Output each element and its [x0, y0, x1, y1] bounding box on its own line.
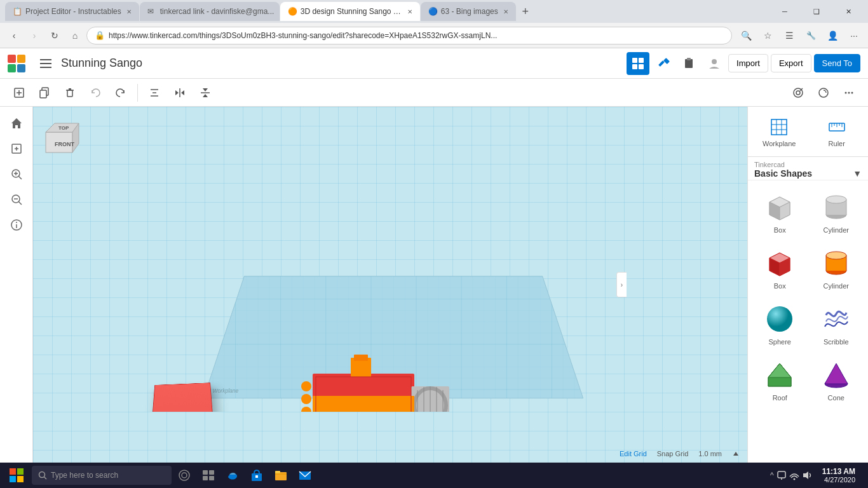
svg-marker-130 [803, 471, 808, 479]
logo-i [17, 55, 25, 63]
start-button[interactable] [3, 463, 31, 488]
redo-button[interactable] [109, 81, 132, 104]
shape-scribble[interactable]: Scribble [810, 297, 864, 351]
robot-assembly[interactable] [294, 342, 471, 412]
snap-grid-value: 1.0 mm [698, 450, 722, 458]
workplane-panel-button[interactable]: Workplane [753, 112, 806, 151]
info-tool[interactable] [5, 214, 28, 236]
edge-taskbar-button[interactable] [221, 464, 244, 487]
address-bar[interactable]: 🔒 https://www.tinkercad.com/things/3DSoU… [86, 27, 732, 44]
tab-2[interactable]: ✉ tinkercad link - davinfiske@gma... ✕ [140, 2, 280, 21]
undo-button[interactable] [84, 81, 107, 104]
svg-rect-75 [771, 119, 787, 135]
home-tool[interactable] [5, 112, 28, 135]
tab-4-close[interactable]: ✕ [503, 8, 508, 15]
grid-view-button[interactable] [627, 52, 649, 75]
align-button[interactable] [143, 81, 166, 104]
shape-box-red[interactable]: Box [753, 241, 807, 295]
viewport-status: Edit Grid Snap Grid 1.0 mm [620, 450, 740, 458]
tab-1-close[interactable]: ✕ [126, 8, 132, 15]
tab-4[interactable]: 🔵 63 - Bing images ✕ [421, 2, 516, 21]
action-export[interactable]: Export [771, 54, 811, 72]
minimize-button[interactable]: ─ [770, 2, 799, 21]
new-tab-button[interactable]: + [517, 3, 534, 20]
svg-point-48 [16, 222, 17, 223]
view-cube[interactable]: FRONT TOP [41, 114, 84, 158]
user-profile-button[interactable] [703, 52, 726, 75]
shape-box-red-label: Box [774, 282, 786, 290]
action-send-to[interactable]: Send To [814, 54, 860, 72]
measure-button[interactable] [812, 81, 835, 104]
mail-taskbar-button[interactable] [294, 464, 316, 487]
topbar-right: Import Export Send To [627, 52, 860, 75]
new-button[interactable] [8, 81, 31, 104]
action-import[interactable]: Import [728, 54, 768, 72]
snap-up-icon[interactable] [732, 450, 740, 458]
svg-rect-3 [632, 58, 637, 63]
svg-point-67 [301, 407, 311, 412]
more-options-button[interactable] [837, 81, 860, 104]
shape-cylinder-orange[interactable]: Cylinder [810, 241, 864, 295]
tab-1[interactable]: 📋 Project Editor - Instructables ✕ [5, 2, 139, 21]
query-button[interactable] [787, 81, 810, 104]
shape-roof-green[interactable]: Roof [753, 353, 807, 407]
svg-marker-27 [203, 88, 208, 92]
copy-button[interactable] [33, 81, 56, 104]
flip-v-button[interactable] [194, 81, 217, 104]
trash-button[interactable] [58, 81, 81, 104]
tray-chevron[interactable]: ^ [770, 471, 774, 480]
menu-icon[interactable] [36, 53, 56, 74]
taskbar-search-bar[interactable]: Type here to search [32, 466, 172, 485]
svg-point-32 [819, 88, 828, 97]
tab-4-label: 63 - Bing images [441, 7, 498, 16]
collapse-panel-button[interactable]: › [616, 272, 627, 297]
refresh-button[interactable]: ↻ [46, 27, 64, 44]
maximize-button[interactable]: ❑ [802, 2, 831, 21]
svg-point-11 [712, 59, 717, 64]
settings-icon[interactable]: ··· [845, 27, 863, 44]
clipboard-icon-button[interactable] [677, 52, 700, 75]
svg-rect-6 [639, 64, 644, 69]
edit-grid-label[interactable]: Edit Grid [620, 450, 647, 458]
svg-point-116 [179, 470, 189, 480]
fit-view-tool[interactable] [5, 137, 28, 160]
cortana-search-button[interactable] [173, 464, 196, 487]
back-button[interactable]: ‹ [5, 27, 23, 44]
notification-icon[interactable] [776, 470, 787, 480]
close-button[interactable]: ✕ [834, 2, 863, 21]
shape-cylinder-gray[interactable]: Cylinder [810, 186, 864, 239]
red-rectangle-object[interactable] [147, 383, 217, 412]
hammer-icon-button[interactable] [652, 52, 675, 75]
shape-cone-purple[interactable]: Cone [810, 353, 864, 407]
shapes-dropdown-arrow[interactable]: ▼ [853, 168, 862, 179]
shape-box-gray[interactable]: Box [753, 186, 807, 239]
svg-rect-125 [275, 471, 280, 473]
collections-icon[interactable]: ☰ [780, 27, 798, 44]
app-content: Stunning Sango [0, 48, 868, 463]
svg-point-129 [793, 478, 795, 480]
volume-icon[interactable] [802, 470, 812, 480]
tab-3-close[interactable]: ✕ [407, 8, 412, 15]
shape-sphere-teal[interactable]: Sphere [753, 297, 807, 351]
svg-rect-2 [40, 67, 51, 68]
mirror-button[interactable] [168, 81, 191, 104]
zoom-out-tool[interactable] [5, 188, 28, 211]
viewport[interactable]: Workplane [33, 107, 747, 463]
tab-3[interactable]: 🟠 3D design Stunning Sango | Tink... ✕ [280, 2, 420, 21]
store-taskbar-button[interactable] [245, 464, 268, 487]
profile-icon[interactable]: 👤 [824, 27, 841, 44]
show-desktop-button[interactable] [863, 463, 865, 488]
task-view-button[interactable] [197, 464, 220, 487]
svg-point-117 [182, 473, 187, 478]
bookmark-icon[interactable]: ☆ [759, 27, 776, 44]
svg-line-115 [44, 477, 47, 480]
forward-button[interactable]: › [25, 27, 43, 44]
home-button[interactable]: ⌂ [66, 27, 84, 44]
search-icon[interactable]: 🔍 [737, 27, 755, 44]
network-icon[interactable] [789, 470, 799, 480]
zoom-in-tool[interactable] [5, 163, 28, 186]
ruler-panel-button[interactable]: Ruler [811, 112, 864, 151]
file-explorer-button[interactable] [269, 464, 292, 487]
extensions-icon[interactable]: 🔧 [802, 27, 820, 44]
svg-marker-24 [175, 90, 179, 95]
